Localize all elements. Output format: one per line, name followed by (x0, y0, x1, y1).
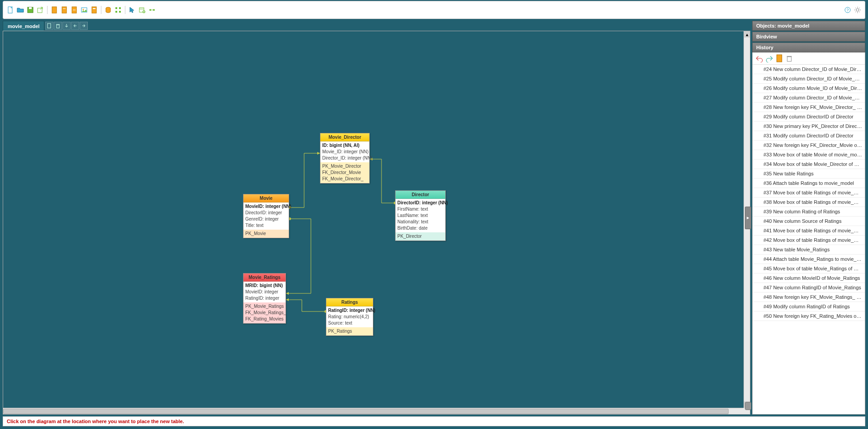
table-movie-ratings[interactable]: Movie_Ratings MRID: bigint (NN)MovieID: … (243, 273, 286, 324)
table-movie[interactable]: Movie MovieID: integer (NN)DirectorID: i… (243, 194, 289, 238)
history-item[interactable]: #37 Move box of table Ratings of movie_m… (753, 188, 865, 198)
history-doc-icon[interactable] (775, 54, 783, 62)
tab-delete-icon[interactable] (54, 22, 62, 30)
open-folder-icon[interactable] (16, 5, 25, 14)
history-item[interactable]: #47 New column RatingID of Movie_Ratings (753, 283, 865, 292)
save-icon[interactable] (26, 5, 35, 14)
svg-text:?: ? (846, 8, 849, 12)
svg-marker-40 (286, 298, 289, 301)
tab-down-icon[interactable] (62, 22, 71, 30)
image-icon[interactable] (80, 5, 89, 14)
pointer-icon[interactable] (128, 5, 137, 14)
objects-panel-header[interactable]: Objects: movie_model (752, 21, 865, 31)
history-redo-icon[interactable] (765, 54, 773, 62)
tag-handle-icon[interactable] (745, 402, 751, 410)
svg-rect-30 (48, 24, 51, 28)
history-item[interactable]: #34 Move box of table Movie_Director of … (753, 160, 865, 169)
history-item[interactable]: #32 New foreign key FK_Director_Movie of… (753, 141, 865, 150)
table-columns: ID: bigint (NN, AI)Movie_ID: integer (NN… (320, 141, 369, 162)
history-delete-icon[interactable] (785, 54, 793, 62)
history-item[interactable]: #33 Move box of table Movie of movie_mod… (753, 150, 865, 160)
svg-point-11 (83, 9, 84, 10)
horizontal-scrollbar[interactable] (3, 408, 744, 414)
birdview-panel-title: Birdview (756, 34, 777, 39)
history-item[interactable]: #38 Move box of table Ratings of movie_m… (753, 198, 865, 207)
table-title: Movie_Ratings (243, 273, 286, 282)
history-item[interactable]: #31 Modify column DirectorID of Director (753, 131, 865, 141)
toolbar-separator (101, 6, 101, 14)
history-item[interactable]: #29 Modify column DirectorID of Director (753, 112, 865, 122)
export-icon[interactable] (36, 5, 45, 14)
panel-collapse-icon[interactable]: ▸ (745, 207, 751, 229)
doc-orange-icon[interactable] (50, 5, 59, 14)
scroll-up-icon[interactable]: ▴ (744, 31, 750, 38)
schema-icon[interactable] (114, 5, 123, 14)
database-icon[interactable] (104, 5, 113, 14)
settings-icon[interactable] (853, 5, 862, 14)
history-item[interactable]: #27 Modify column Director_ID of Movie_D… (753, 93, 865, 103)
history-item[interactable]: #43 New table Movie_Ratings (753, 245, 865, 255)
history-item[interactable]: #35 New table Ratings (753, 169, 865, 179)
svg-rect-31 (57, 25, 59, 28)
main-toolbar: ? (3, 1, 865, 19)
history-item[interactable]: #42 Move box of table Ratings of movie_m… (753, 236, 865, 245)
tab-right-icon[interactable] (80, 22, 88, 30)
history-item[interactable]: #44 Attach table Movie_Ratings to movie_… (753, 255, 865, 264)
table-director[interactable]: Director DirectorID: integer (NN)FirstNa… (395, 190, 446, 241)
toolbar-separator (47, 6, 48, 14)
history-item[interactable]: #49 Modify column RatingID of Ratings (753, 302, 865, 311)
help-icon[interactable]: ? (843, 5, 852, 14)
new-file-icon[interactable] (6, 5, 15, 14)
svg-marker-38 (286, 292, 289, 295)
tab-new-icon[interactable] (45, 22, 53, 30)
table-columns: MovieID: integer (NN)DirectorID: integer… (243, 203, 289, 230)
history-item[interactable]: #26 Modify column Movie_ID of Movie_Dire… (753, 84, 865, 93)
history-item[interactable]: #46 New column MovieID of Movie_Ratings (753, 273, 865, 283)
table-keys: PK_Director (396, 232, 445, 240)
history-item[interactable]: #39 New column Rating of Ratings (753, 207, 865, 217)
svg-rect-6 (62, 7, 67, 13)
table-columns: MRID: bigint (NN)MovieID: integerRatingI… (243, 282, 286, 302)
history-item[interactable]: #30 New primary key PK_Director of Direc… (753, 122, 865, 131)
history-item[interactable]: #28 New foreign key FK_Movie_Director_ o… (753, 103, 865, 112)
history-item[interactable]: #48 New foreign key FK_Movie_Ratings_ of… (753, 292, 865, 302)
history-item[interactable]: #24 New column Director_ID of Movie_Dire… (753, 65, 865, 74)
table-movie-director[interactable]: Movie_Director ID: bigint (NN, AI)Movie_… (320, 133, 370, 184)
tab-left-icon[interactable] (71, 22, 79, 30)
new-table-icon[interactable] (138, 5, 147, 14)
svg-rect-5 (52, 7, 57, 13)
diagram-canvas[interactable]: Movie_Director ID: bigint (NN, AI)Movie_… (3, 31, 750, 415)
history-undo-icon[interactable] (755, 54, 763, 62)
history-panel-header[interactable]: History (752, 42, 865, 52)
model-tab[interactable]: movie_model (3, 21, 44, 31)
history-list[interactable]: #24 New column Director_ID of Movie_Dire… (753, 65, 865, 414)
objects-panel-title: Objects: movie_model (756, 23, 809, 28)
svg-point-24 (149, 9, 151, 11)
table-ratings[interactable]: Ratings RatingID: integer (NN)Rating: nu… (326, 298, 373, 336)
history-panel-body: #24 New column Director_ID of Movie_Dire… (752, 52, 865, 415)
table-keys: PK_Ratings (326, 327, 373, 335)
birdview-panel-header[interactable]: Birdview (752, 32, 865, 42)
svg-point-25 (153, 9, 155, 11)
doc-orange-2-icon[interactable] (60, 5, 69, 14)
history-item[interactable]: #45 Move box of table Movie_Ratings of m… (753, 264, 865, 273)
table-columns: DirectorID: integer (NN)FirstName: textL… (396, 199, 445, 232)
table-keys: PK_Movie_DirectorFK_Director_MovieFK_Mov… (320, 162, 369, 183)
history-item[interactable]: #40 New column Source of Ratings (753, 217, 865, 226)
doc-orange-4-icon[interactable] (90, 5, 99, 14)
history-item[interactable]: #36 Attach table Ratings to movie_model (753, 179, 865, 188)
new-relation-icon[interactable] (148, 5, 157, 14)
svg-rect-16 (119, 7, 121, 9)
svg-rect-12 (92, 7, 96, 13)
table-keys: PK_Movie_RatingsFK_Movie_Ratings_FK_Rati… (243, 302, 286, 323)
history-panel-title: History (756, 45, 773, 50)
tab-bar: movie_model (3, 21, 750, 31)
doc-orange-3-icon[interactable] (70, 5, 79, 14)
toolbar-separator (125, 6, 125, 14)
history-item[interactable]: #50 New foreign key FK_Rating_Movies of … (753, 311, 865, 321)
history-item[interactable]: #41 Move box of table Ratings of movie_m… (753, 226, 865, 236)
svg-rect-18 (119, 11, 121, 13)
svg-rect-41 (777, 55, 782, 62)
history-item[interactable]: #25 Modify column Director_ID of Movie_D… (753, 74, 865, 84)
svg-rect-2 (29, 7, 32, 9)
